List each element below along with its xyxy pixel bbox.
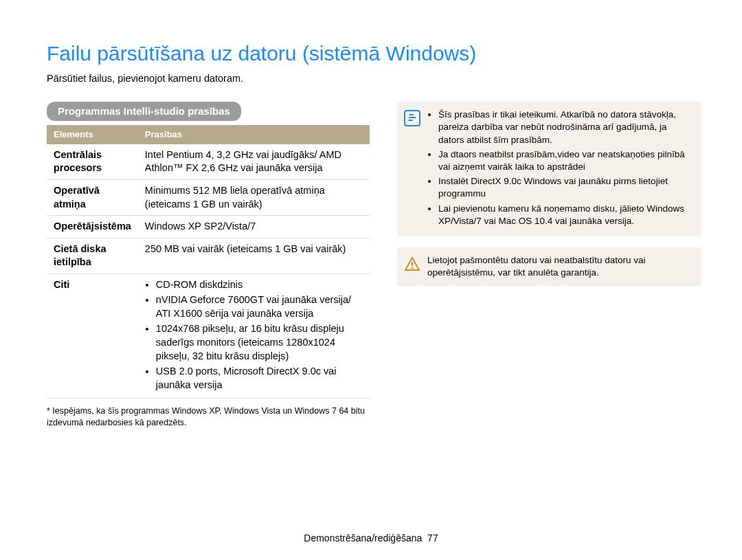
page-footer: Demonstrēšana/rediģēšana 77 <box>0 532 742 545</box>
list-item: Ja dtaors neatbilst prasībām,video var n… <box>438 148 693 173</box>
row-os-label: Operētājsistēma <box>47 216 138 238</box>
list-item: CD-ROM diskdzinis <box>156 278 363 292</box>
row-disk-value: 250 MB vai vairāk (ieteicams 1 GB vai va… <box>138 238 370 273</box>
row-ram-value: Minimums 512 MB liela operatīvā atmiņa (… <box>138 179 370 215</box>
section-heading: Programmas Intelli-studio prasības <box>47 102 241 121</box>
note-icon <box>404 110 420 126</box>
row-other-value: CD-ROM diskdzinis nVIDIA Geforce 7600GT … <box>138 273 370 399</box>
row-other-label: Citi <box>47 273 138 399</box>
requirements-table: Elements Prasības Centrālais procesors I… <box>47 125 370 399</box>
th-requirements: Prasības <box>138 125 370 144</box>
list-item: Lai pievienotu kameru kā noņemamo disku,… <box>438 203 693 227</box>
intro-text: Pārsūtiet failus, pievienojot kameru dat… <box>47 72 701 86</box>
list-item: nVIDIA Geforce 7600GT vai jaunāka versij… <box>156 293 363 320</box>
warning-icon <box>404 256 420 272</box>
row-cpu-label: Centrālais procesors <box>47 144 138 180</box>
footnote: * Iespējams, ka šīs programmas Windows X… <box>47 405 370 428</box>
page-title: Failu pārsūtīšana uz datoru (sistēmā Win… <box>47 40 701 68</box>
list-item: 1024x768 pikseļu, ar 16 bitu krāsu displ… <box>156 322 363 363</box>
row-os-value: Windows XP SP2/Vista/7 <box>138 216 370 238</box>
th-elements: Elements <box>47 125 138 144</box>
row-disk-label: Cietā diska ietilpība <box>47 238 138 273</box>
footer-page-number: 77 <box>427 533 438 544</box>
list-item: USB 2.0 ports, Microsoft DirectX 9.0c va… <box>156 365 363 392</box>
svg-point-1 <box>412 267 413 269</box>
list-item: Šīs prasības ir tikai ieteikumi. Atkarīb… <box>438 109 693 146</box>
footer-section: Demonstrēšana/rediģēšana <box>304 533 422 544</box>
list-item: Instalēt DirectX 9.0c Windows vai jaunāk… <box>438 175 693 200</box>
row-cpu-value: Intel Pentium 4, 3,2 GHz vai jaudīgāks/ … <box>138 144 370 180</box>
warning-text: Lietojot pašmontētu datoru vai neatbalst… <box>427 254 693 279</box>
warning-note-box: Lietojot pašmontētu datoru vai neatbalst… <box>397 247 701 286</box>
info-note-box: Šīs prasības ir tikai ieteikumi. Atkarīb… <box>397 102 701 236</box>
row-ram-label: Operatīvā atmiņa <box>47 179 138 215</box>
